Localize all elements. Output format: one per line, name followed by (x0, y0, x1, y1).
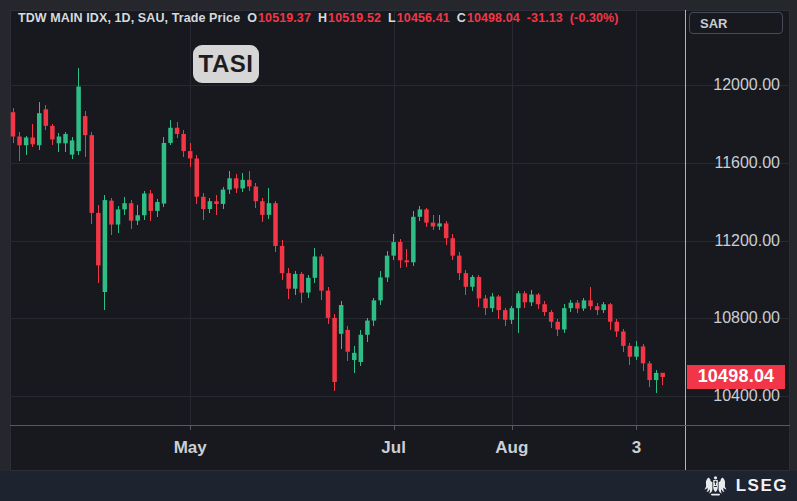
candle (286, 273, 291, 289)
candle (319, 256, 324, 290)
candle (221, 190, 226, 204)
candle (37, 113, 42, 145)
currency-label: SAR (700, 16, 727, 31)
candle (11, 112, 16, 136)
candle (90, 135, 95, 213)
ohlc-low: L10456.41 (388, 11, 450, 25)
time-axis-tick (394, 426, 395, 430)
candle (247, 180, 252, 187)
candle (208, 201, 213, 209)
candle (582, 300, 587, 308)
time-axis-separator (10, 425, 790, 426)
candle (293, 274, 298, 289)
candle (109, 201, 114, 225)
candle (615, 322, 620, 332)
candle (457, 256, 462, 273)
candle (483, 298, 488, 308)
candle (155, 202, 160, 211)
candle (76, 87, 81, 152)
ohlc-close: C10498.04 (457, 11, 520, 25)
candle (116, 209, 121, 224)
lseg-crest-icon (702, 475, 729, 497)
candle (352, 353, 357, 360)
candle (195, 158, 200, 196)
candle (273, 203, 278, 246)
candle (332, 318, 337, 382)
candle (30, 137, 35, 144)
time-axis-label: May (155, 439, 225, 457)
price-axis-label: 12000.00 (670, 76, 780, 94)
candle (628, 346, 633, 357)
price-axis-label: 10400.00 (670, 387, 780, 405)
candle (306, 278, 311, 293)
candle (339, 305, 344, 334)
candle (70, 140, 75, 154)
candle (44, 109, 49, 126)
candle (280, 246, 285, 273)
candle (542, 304, 547, 312)
candle (240, 180, 245, 189)
candle (503, 310, 508, 320)
candle (516, 293, 521, 308)
candle (634, 346, 639, 356)
candle (529, 295, 534, 303)
candle (437, 223, 442, 226)
candle (411, 217, 416, 262)
candle (234, 178, 239, 188)
candle (510, 308, 515, 320)
candle (162, 143, 167, 204)
candle (470, 277, 475, 287)
candle (608, 304, 613, 321)
candle (391, 242, 396, 256)
candle (96, 213, 101, 265)
chart-window: TDW MAIN IDX, 1D, SAU, Trade Price O1051… (0, 0, 797, 501)
candle (181, 134, 186, 151)
candle (424, 209, 429, 222)
lseg-logo-text: LSEG (736, 476, 788, 496)
candle (523, 293, 528, 302)
candle (63, 134, 68, 143)
time-axis-label: Aug (477, 439, 547, 457)
candle (135, 215, 140, 220)
candle (549, 312, 554, 322)
candle (188, 151, 193, 158)
candle (365, 321, 370, 335)
candle (175, 128, 180, 134)
candle (569, 303, 574, 308)
candle (641, 346, 646, 363)
price-axis-label: 10800.00 (670, 309, 780, 327)
candle (122, 203, 127, 209)
candle (450, 238, 455, 255)
ohlc-high: H10519.52 (318, 11, 381, 25)
candle (129, 203, 134, 220)
candle (24, 137, 29, 145)
time-axis-tick (190, 426, 191, 430)
candle (345, 330, 350, 352)
candle (490, 296, 495, 308)
instrument-label-bubble: TASI (193, 45, 259, 83)
candle (359, 335, 364, 362)
candle (431, 223, 436, 227)
candle (647, 363, 652, 380)
symbol-legend[interactable]: TDW MAIN IDX, 1D, SAU, Trade Price O1051… (18, 11, 619, 25)
candle (142, 193, 147, 215)
candle (17, 137, 22, 146)
time-axis-tick (636, 426, 637, 430)
grid-lines (10, 10, 790, 425)
candle (300, 274, 305, 293)
candle (654, 373, 659, 380)
price-axis-label: 11200.00 (670, 232, 780, 250)
candle (496, 296, 501, 310)
candle (313, 256, 318, 277)
candle (103, 200, 108, 292)
candle (398, 242, 403, 260)
candle (601, 304, 606, 310)
instrument-name: TASI (199, 50, 254, 78)
candle (660, 373, 665, 377)
time-axis-label: Jul (359, 439, 429, 457)
candle (50, 126, 55, 140)
time-axis-label: 3 (601, 439, 671, 457)
candle (385, 256, 390, 278)
candle (57, 137, 62, 144)
candle (575, 303, 580, 309)
